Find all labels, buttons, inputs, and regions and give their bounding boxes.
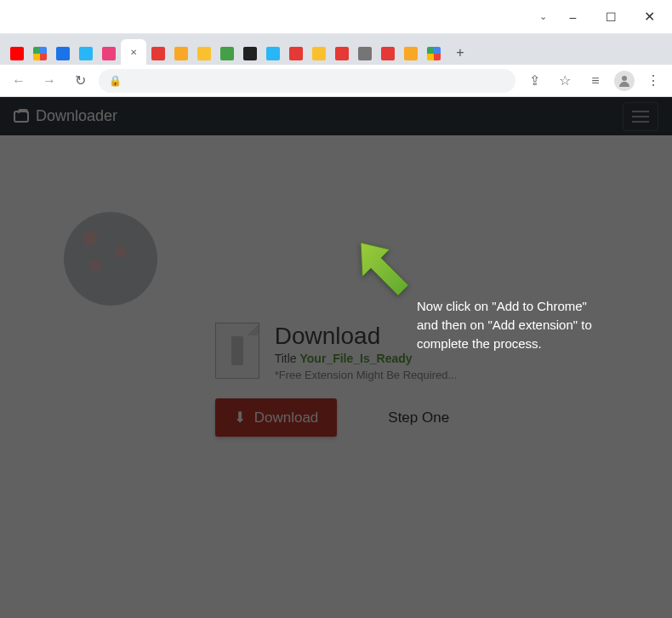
tab-2[interactable] bbox=[52, 43, 74, 65]
pointer-arrow-icon bbox=[356, 237, 415, 300]
window-titlebar: ⌄ – ☐ ✕ bbox=[0, 0, 672, 34]
cloud2-icon bbox=[266, 47, 280, 60]
ym-icon bbox=[404, 47, 418, 60]
window-close-button[interactable]: ✕ bbox=[630, 4, 669, 30]
tab-1[interactable] bbox=[29, 43, 51, 65]
tooltip-text: Now click on "Add to Chrome" and then on… bbox=[417, 297, 595, 352]
browser-toolbar: ← → ↻ 🔒 ⇪ ☆ ≡ ⋮ bbox=[0, 65, 672, 97]
profile-avatar[interactable] bbox=[614, 71, 635, 91]
tab-0[interactable] bbox=[6, 43, 28, 65]
user-icon bbox=[618, 74, 631, 88]
tab-13[interactable] bbox=[308, 43, 330, 65]
warning2-icon bbox=[312, 47, 326, 60]
bookmark-star-button[interactable]: ☆ bbox=[553, 69, 577, 93]
play-green-icon bbox=[220, 47, 234, 60]
tab-7[interactable] bbox=[170, 43, 192, 65]
warning-icon bbox=[197, 47, 211, 60]
cloud-icon bbox=[79, 47, 93, 60]
reload-button[interactable]: ↻ bbox=[68, 69, 92, 93]
dim-overlay bbox=[0, 97, 672, 618]
tab-18[interactable] bbox=[423, 43, 445, 65]
play-icon bbox=[102, 47, 116, 60]
tab-8[interactable] bbox=[193, 43, 215, 65]
down-arrow-icon bbox=[151, 47, 165, 60]
download-icon bbox=[56, 47, 70, 60]
tab-strip: ✕ + bbox=[0, 34, 672, 65]
video-icon bbox=[335, 47, 349, 60]
tab-12[interactable] bbox=[285, 43, 307, 65]
window-minimize-button[interactable]: – bbox=[554, 4, 592, 30]
tab-16[interactable] bbox=[377, 43, 399, 65]
share-button[interactable]: ⇪ bbox=[522, 69, 546, 93]
menu-button[interactable]: ⋮ bbox=[641, 69, 665, 93]
tab-10[interactable] bbox=[239, 43, 261, 65]
tab-6[interactable] bbox=[147, 43, 169, 65]
tab-close-icon[interactable]: ✕ bbox=[130, 48, 137, 57]
tab-9[interactable] bbox=[216, 43, 238, 65]
svg-point-0 bbox=[622, 76, 627, 81]
page-viewport: Downloader Download Title Your_File_Is_R… bbox=[0, 97, 672, 618]
forward-button[interactable]: → bbox=[37, 69, 61, 93]
down2-icon bbox=[289, 47, 303, 60]
google-icon bbox=[33, 47, 47, 60]
film-icon bbox=[174, 47, 188, 60]
address-bar[interactable]: 🔒 bbox=[99, 69, 515, 93]
tab-14[interactable] bbox=[331, 43, 353, 65]
tab-17[interactable] bbox=[400, 43, 422, 65]
tab-dropdown-icon[interactable]: ⌄ bbox=[532, 11, 554, 22]
new-tab-button[interactable]: + bbox=[448, 41, 472, 65]
svg-marker-1 bbox=[361, 243, 408, 295]
reading-list-button[interactable]: ≡ bbox=[584, 69, 607, 93]
lock-icon: 🔒 bbox=[109, 75, 122, 87]
google2-icon bbox=[427, 47, 441, 60]
window-maximize-button[interactable]: ☐ bbox=[592, 4, 630, 30]
tab-3[interactable] bbox=[75, 43, 97, 65]
tab-15[interactable] bbox=[354, 43, 376, 65]
back-button[interactable]: ← bbox=[7, 69, 31, 93]
youtube-icon bbox=[10, 47, 24, 60]
camera-icon bbox=[243, 47, 257, 60]
tab-active[interactable]: ✕ bbox=[121, 39, 146, 65]
tab-11[interactable] bbox=[262, 43, 284, 65]
flipboard-icon bbox=[381, 47, 395, 60]
tab-4[interactable] bbox=[98, 43, 120, 65]
globe-icon bbox=[358, 47, 372, 60]
